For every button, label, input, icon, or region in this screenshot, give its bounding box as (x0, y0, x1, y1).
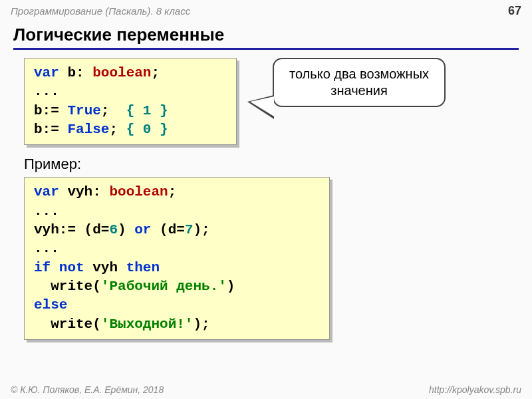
code-text: b:= (34, 103, 67, 118)
code-block-2: var vyh: boolean; ... vyh:= (d=6) or (d=… (24, 177, 330, 340)
code-text: ... (34, 203, 59, 219)
code-text: ) (118, 222, 134, 237)
callout-text: только два возможных значения (273, 58, 446, 107)
slide-header: Программирование (Паскаль). 8 класс 67 (0, 0, 532, 19)
slide-title: Логические переменные (13, 25, 519, 50)
number-literal: 7 (185, 222, 194, 237)
code-text: ; (101, 103, 126, 118)
number-literal: 6 (109, 222, 118, 237)
keyword-boolean: boolean (109, 184, 168, 200)
code-text: write( (34, 279, 101, 294)
keyword-false: False (67, 122, 109, 137)
callout-bubble: только два возможных значения (273, 58, 446, 107)
course-label: Программирование (Паскаль). 8 класс (11, 5, 190, 17)
code-text: ); (193, 317, 209, 332)
code-text: ; (109, 122, 126, 137)
code-text: vyh:= (d= (34, 222, 109, 237)
keyword-not: not (59, 260, 84, 275)
keyword-var: var (34, 65, 59, 80)
comment: { 0 } (126, 122, 168, 137)
code-text: b: (59, 65, 92, 80)
code-text: (d= (151, 222, 184, 237)
code-text: ) (227, 279, 235, 294)
code-text (51, 260, 59, 275)
keyword-or: or (134, 222, 151, 237)
code-text: ; (151, 65, 160, 80)
comment: { 1 } (126, 103, 168, 118)
code-text: ... (34, 84, 59, 99)
keyword-if: if (34, 260, 51, 275)
keyword-true: True (67, 103, 100, 118)
code-text: vyh (84, 260, 126, 275)
code-text: ... (34, 241, 59, 256)
string-literal: 'Рабочий день.' (101, 279, 227, 294)
code-text: ); (194, 222, 210, 237)
page-number: 67 (508, 4, 521, 18)
keyword-else: else (34, 297, 67, 313)
example-label: Пример: (24, 156, 513, 173)
slide-content: var b: boolean; ... b:= True; { 1 } b:= … (0, 51, 532, 340)
code-text: ; (168, 184, 177, 200)
code-text: vyh: (59, 184, 110, 200)
string-literal: 'Выходной!' (101, 317, 194, 332)
keyword-boolean: boolean (92, 65, 151, 80)
credits: © К.Ю. Поляков, Е.А. Ерёмин, 2018 (11, 384, 164, 395)
keyword-var: var (34, 184, 59, 200)
slide-footer: © К.Ю. Поляков, Е.А. Ерёмин, 2018 http:/… (0, 384, 532, 395)
keyword-then: then (126, 260, 160, 275)
code-block-1: var b: boolean; ... b:= True; { 1 } b:= … (24, 58, 237, 145)
code-text: write( (34, 317, 101, 332)
code-text: b:= (34, 122, 67, 137)
footer-url: http://kpolyakov.spb.ru (429, 384, 521, 395)
